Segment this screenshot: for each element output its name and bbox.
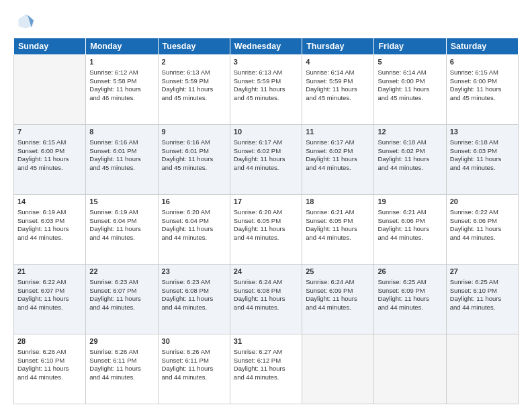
day-number: 10 bbox=[234, 127, 298, 137]
day-info-line: and 44 minutes. bbox=[450, 304, 515, 312]
day-info-line: Daylight: 11 hours bbox=[378, 85, 442, 94]
day-info-line: Sunrise: 6:24 AM bbox=[234, 278, 298, 287]
day-info-line: Sunrise: 6:19 AM bbox=[17, 208, 82, 217]
day-info-line: Sunset: 6:10 PM bbox=[17, 357, 82, 365]
calendar-cell bbox=[446, 334, 518, 404]
day-info-line: and 44 minutes. bbox=[234, 164, 298, 173]
day-number: 17 bbox=[234, 197, 298, 207]
calendar-cell: 20Sunrise: 6:22 AMSunset: 6:06 PMDayligh… bbox=[446, 195, 518, 265]
calendar-cell: 25Sunrise: 6:24 AMSunset: 6:09 PMDayligh… bbox=[302, 265, 374, 334]
day-info-line: and 45 minutes. bbox=[306, 94, 370, 103]
day-info-line: Sunset: 6:08 PM bbox=[234, 287, 298, 295]
day-number: 1 bbox=[89, 57, 154, 67]
day-header-thursday: Thursday bbox=[302, 38, 374, 55]
day-info-line: Daylight: 11 hours bbox=[162, 295, 226, 304]
day-info-line: Sunset: 6:06 PM bbox=[450, 217, 515, 226]
day-info-line: Sunrise: 6:14 AM bbox=[378, 68, 442, 77]
day-info-line: Sunset: 6:05 PM bbox=[306, 217, 370, 226]
day-info-line: Sunrise: 6:14 AM bbox=[306, 68, 370, 77]
day-info-line: Daylight: 11 hours bbox=[378, 225, 442, 234]
calendar-cell: 14Sunrise: 6:19 AMSunset: 6:03 PMDayligh… bbox=[14, 195, 86, 265]
day-info-line: Daylight: 11 hours bbox=[162, 225, 226, 234]
day-info-line: Sunrise: 6:15 AM bbox=[17, 138, 82, 147]
day-info-line: Sunrise: 6:20 AM bbox=[162, 208, 226, 217]
day-info-line: and 45 minutes. bbox=[17, 164, 82, 173]
calendar-cell: 8Sunrise: 6:16 AMSunset: 6:01 PMDaylight… bbox=[86, 125, 158, 195]
day-info-line: and 44 minutes. bbox=[234, 304, 298, 312]
day-info-line: Daylight: 11 hours bbox=[89, 85, 154, 94]
day-info-line: Sunset: 6:02 PM bbox=[306, 147, 370, 156]
day-info-line: Sunrise: 6:17 AM bbox=[306, 138, 370, 147]
day-info-line: Sunrise: 6:19 AM bbox=[89, 208, 154, 217]
calendar-header-row: SundayMondayTuesdayWednesdayThursdayFrid… bbox=[14, 38, 519, 55]
day-header-tuesday: Tuesday bbox=[158, 38, 230, 55]
calendar-table: SundayMondayTuesdayWednesdayThursdayFrid… bbox=[13, 38, 519, 404]
day-number: 4 bbox=[306, 57, 370, 67]
day-info-line: and 44 minutes. bbox=[306, 234, 370, 242]
day-number: 29 bbox=[89, 336, 154, 347]
day-number: 23 bbox=[162, 267, 226, 277]
calendar-week-row: 21Sunrise: 6:22 AMSunset: 6:07 PMDayligh… bbox=[14, 265, 519, 334]
day-number: 15 bbox=[89, 197, 154, 207]
calendar-cell: 3Sunrise: 6:13 AMSunset: 5:59 PMDaylight… bbox=[230, 55, 302, 125]
day-info-line: and 44 minutes. bbox=[162, 373, 226, 382]
day-info-line: and 44 minutes. bbox=[17, 373, 82, 382]
day-info-line: Sunset: 6:06 PM bbox=[378, 217, 442, 226]
day-info-line: Sunrise: 6:20 AM bbox=[234, 208, 298, 217]
logo bbox=[13, 12, 36, 31]
day-info-line: Daylight: 11 hours bbox=[378, 155, 442, 164]
calendar-cell: 16Sunrise: 6:20 AMSunset: 6:04 PMDayligh… bbox=[158, 195, 230, 265]
day-info-line: and 45 minutes. bbox=[450, 94, 515, 103]
calendar-cell: 7Sunrise: 6:15 AMSunset: 6:00 PMDaylight… bbox=[14, 125, 86, 195]
day-info-line: and 45 minutes. bbox=[162, 94, 226, 103]
calendar-cell: 28Sunrise: 6:26 AMSunset: 6:10 PMDayligh… bbox=[14, 334, 86, 404]
calendar-cell bbox=[14, 55, 86, 125]
day-number: 5 bbox=[378, 57, 442, 67]
day-info-line: Sunrise: 6:23 AM bbox=[162, 278, 226, 287]
day-info-line: Sunset: 5:59 PM bbox=[162, 77, 226, 86]
calendar-cell: 22Sunrise: 6:23 AMSunset: 6:07 PMDayligh… bbox=[86, 265, 158, 334]
day-info-line: Sunrise: 6:26 AM bbox=[162, 348, 226, 357]
day-number: 20 bbox=[450, 197, 515, 207]
day-info-line: Sunrise: 6:15 AM bbox=[450, 68, 515, 77]
day-info-line: Sunset: 6:04 PM bbox=[89, 217, 154, 226]
day-info-line: Sunrise: 6:21 AM bbox=[306, 208, 370, 217]
day-info-line: Daylight: 11 hours bbox=[89, 155, 154, 164]
day-info-line: Sunset: 6:03 PM bbox=[17, 217, 82, 226]
calendar-cell: 2Sunrise: 6:13 AMSunset: 5:59 PMDaylight… bbox=[158, 55, 230, 125]
day-number: 18 bbox=[306, 197, 370, 207]
day-info-line: Daylight: 11 hours bbox=[17, 365, 82, 373]
day-info-line: and 44 minutes. bbox=[450, 234, 515, 242]
day-info-line: Daylight: 11 hours bbox=[89, 225, 154, 234]
day-info-line: Sunset: 5:58 PM bbox=[89, 77, 154, 86]
day-info-line: and 44 minutes. bbox=[306, 164, 370, 173]
day-number: 13 bbox=[450, 127, 515, 137]
calendar-cell: 11Sunrise: 6:17 AMSunset: 6:02 PMDayligh… bbox=[302, 125, 374, 195]
calendar-cell: 4Sunrise: 6:14 AMSunset: 5:59 PMDaylight… bbox=[302, 55, 374, 125]
day-info-line: Daylight: 11 hours bbox=[234, 85, 298, 94]
day-info-line: and 44 minutes. bbox=[89, 304, 154, 312]
calendar-cell: 1Sunrise: 6:12 AMSunset: 5:58 PMDaylight… bbox=[86, 55, 158, 125]
day-info-line: Sunset: 6:01 PM bbox=[162, 147, 226, 156]
calendar-cell: 17Sunrise: 6:20 AMSunset: 6:05 PMDayligh… bbox=[230, 195, 302, 265]
day-info-line: and 46 minutes. bbox=[89, 94, 154, 103]
day-number: 21 bbox=[17, 267, 82, 277]
calendar-cell: 29Sunrise: 6:26 AMSunset: 6:11 PMDayligh… bbox=[86, 334, 158, 404]
day-header-sunday: Sunday bbox=[14, 38, 86, 55]
day-number: 16 bbox=[162, 197, 226, 207]
day-info-line: Daylight: 11 hours bbox=[17, 225, 82, 234]
day-info-line: and 45 minutes. bbox=[234, 94, 298, 103]
day-info-line: and 44 minutes. bbox=[306, 304, 370, 312]
day-info-line: Sunset: 6:12 PM bbox=[234, 357, 298, 365]
day-header-wednesday: Wednesday bbox=[230, 38, 302, 55]
day-info-line: Daylight: 11 hours bbox=[306, 155, 370, 164]
calendar-cell bbox=[302, 334, 374, 404]
day-info-line: Daylight: 11 hours bbox=[162, 365, 226, 373]
day-info-line: Daylight: 11 hours bbox=[378, 295, 442, 304]
day-info-line: and 44 minutes. bbox=[17, 304, 82, 312]
day-info-line: and 44 minutes. bbox=[89, 234, 154, 242]
day-number: 11 bbox=[306, 127, 370, 137]
day-info-line: and 44 minutes. bbox=[450, 164, 515, 173]
day-info-line: Daylight: 11 hours bbox=[306, 225, 370, 234]
day-number: 12 bbox=[378, 127, 442, 137]
